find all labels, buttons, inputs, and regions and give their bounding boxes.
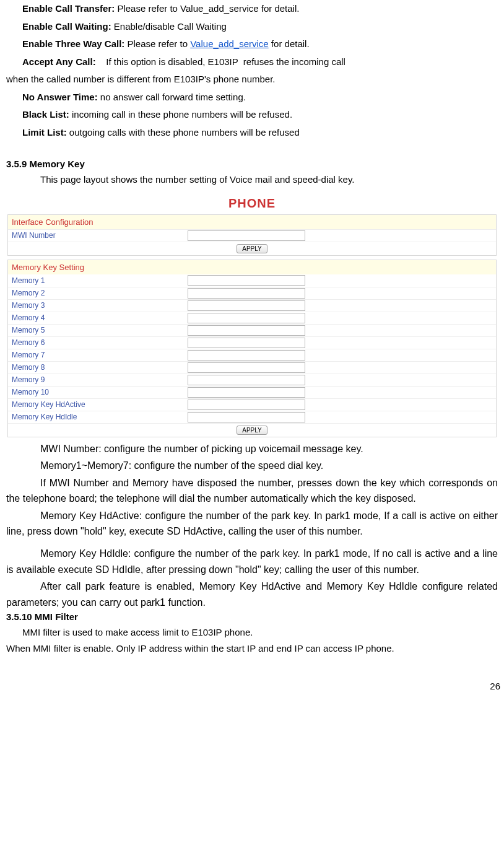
row-label: Memory 9 bbox=[8, 374, 188, 385]
row-label: Memory 5 bbox=[8, 325, 188, 336]
desc-p6: After call park feature is enabled, Memo… bbox=[6, 579, 498, 610]
row-label: MWI Number bbox=[8, 230, 188, 241]
panel-interface-configuration: Interface Configuration MWI Number APPLY bbox=[7, 214, 497, 256]
label: No Answer Time: bbox=[22, 92, 98, 102]
text: incoming call in these phone numbers wil… bbox=[69, 109, 292, 120]
row-label: Memory 3 bbox=[8, 300, 188, 311]
memory-row: Memory 1 bbox=[8, 274, 496, 287]
text: no answer call forward time setting. bbox=[98, 92, 246, 102]
row-label: Memory 2 bbox=[8, 287, 188, 299]
label: Enable Call Transfer: bbox=[22, 3, 115, 14]
memory-row: Memory 10 bbox=[8, 386, 496, 398]
section-heading-memory-key: 3.5.9 Memory Key bbox=[6, 159, 498, 169]
lead-text: If this option is disabled, E103IP refus… bbox=[96, 56, 345, 67]
label: Limit List: bbox=[22, 127, 67, 138]
memory-row: Memory Key HdActive bbox=[8, 398, 496, 411]
page-number: 26 bbox=[0, 662, 504, 695]
apply-button[interactable]: APPLY bbox=[237, 426, 267, 435]
memory-row: Memory 3 bbox=[8, 299, 496, 312]
def-no-answer-time: No Answer Time: no answer call forward t… bbox=[22, 89, 498, 107]
row-label: Memory 10 bbox=[8, 387, 188, 398]
memory-row: Memory Key HdIdle bbox=[8, 411, 496, 423]
memory-row: Memory 9 bbox=[8, 374, 496, 386]
memory-input[interactable] bbox=[188, 288, 305, 299]
section-intro: This page layout shows the number settin… bbox=[6, 172, 498, 188]
memory-row: Memory 5 bbox=[8, 324, 496, 336]
memory-input[interactable] bbox=[188, 375, 305, 385]
memory-input[interactable] bbox=[188, 412, 305, 422]
mmi-line1: MMI filter is used to make access limit … bbox=[22, 624, 498, 641]
post: for detail. bbox=[269, 38, 310, 49]
def-black-list: Black List: incoming call in these phone… bbox=[22, 106, 498, 124]
memory-input[interactable] bbox=[188, 275, 305, 286]
text: Enable/disable Call Waiting bbox=[111, 21, 227, 32]
mwi-number-input[interactable] bbox=[188, 230, 305, 241]
memory-input[interactable] bbox=[188, 325, 305, 336]
row-label: Memory 8 bbox=[8, 362, 188, 373]
memory-input[interactable] bbox=[188, 313, 305, 323]
def-accept-any-call: Accept Any Call: If this option is disab… bbox=[6, 53, 498, 89]
label: Black List: bbox=[22, 109, 69, 120]
panel-header: Memory Key Setting bbox=[8, 260, 496, 274]
cont-text: when the called number is different from… bbox=[6, 71, 498, 89]
memory-input[interactable] bbox=[188, 338, 305, 348]
label: Enable Three Way Call: bbox=[22, 38, 124, 49]
panel-header: Interface Configuration bbox=[8, 215, 496, 229]
memory-row: Memory 6 bbox=[8, 336, 496, 349]
label: Accept Any Call: bbox=[22, 56, 96, 67]
memory-row: Memory 4 bbox=[8, 312, 496, 324]
row-label: Memory 7 bbox=[8, 349, 188, 361]
text: outgoing calls with these phone numbers … bbox=[67, 127, 300, 138]
def-enable-call-transfer: Enable Call Transfer: Please refer to Va… bbox=[22, 0, 498, 18]
row-label: Memory 4 bbox=[8, 312, 188, 323]
pre: Please refer to bbox=[124, 38, 190, 49]
row-label: Memory Key HdIdle bbox=[8, 411, 188, 422]
row-mwi-number: MWI Number bbox=[8, 229, 496, 242]
memory-input[interactable] bbox=[188, 362, 305, 373]
phone-title: PHONE bbox=[6, 196, 498, 211]
memory-row: Memory 2 bbox=[8, 287, 496, 299]
section-heading-mmi-filter: 3.5.10 MMI Filter bbox=[6, 611, 498, 622]
desc-p3: If MWI Number and Memory have disposed t… bbox=[6, 475, 498, 507]
def-enable-call-waiting: Enable Call Waiting: Enable/disable Call… bbox=[22, 18, 498, 36]
memory-key-description: MWI Number: configure the number of pick… bbox=[6, 441, 498, 611]
desc-p1: MWI Number: configure the number of pick… bbox=[6, 441, 498, 457]
memory-input[interactable] bbox=[188, 387, 305, 398]
desc-p4: Memory Key HdActive: configure the numbe… bbox=[6, 508, 498, 540]
panel-memory-key-setting: Memory Key Setting Memory 1Memory 2Memor… bbox=[7, 260, 497, 437]
def-limit-list: Limit List: outgoing calls with these ph… bbox=[22, 124, 498, 142]
row-label: Memory 6 bbox=[8, 337, 188, 348]
mmi-line2: When MMI filter is enable. Only IP addre… bbox=[6, 641, 498, 657]
label: Enable Call Waiting: bbox=[22, 21, 111, 32]
apply-button[interactable]: APPLY bbox=[237, 244, 267, 253]
row-label: Memory 1 bbox=[8, 275, 188, 286]
memory-row: Memory 7 bbox=[8, 349, 496, 361]
link-value-add-service[interactable]: Value_add_service bbox=[190, 38, 268, 49]
memory-input[interactable] bbox=[188, 350, 305, 361]
text: Please refer to Value_add_service for de… bbox=[115, 3, 299, 14]
desc-p5: Memory Key HdIdle: configure the number … bbox=[6, 546, 498, 577]
memory-row: Memory 8 bbox=[8, 361, 496, 374]
memory-input[interactable] bbox=[188, 300, 305, 311]
def-enable-three-way-call: Enable Three Way Call: Please refer to V… bbox=[22, 35, 498, 53]
row-label: Memory Key HdActive bbox=[8, 399, 188, 410]
memory-input[interactable] bbox=[188, 400, 305, 410]
desc-p2: Memory1~Memory7: configure the number of… bbox=[6, 458, 498, 474]
